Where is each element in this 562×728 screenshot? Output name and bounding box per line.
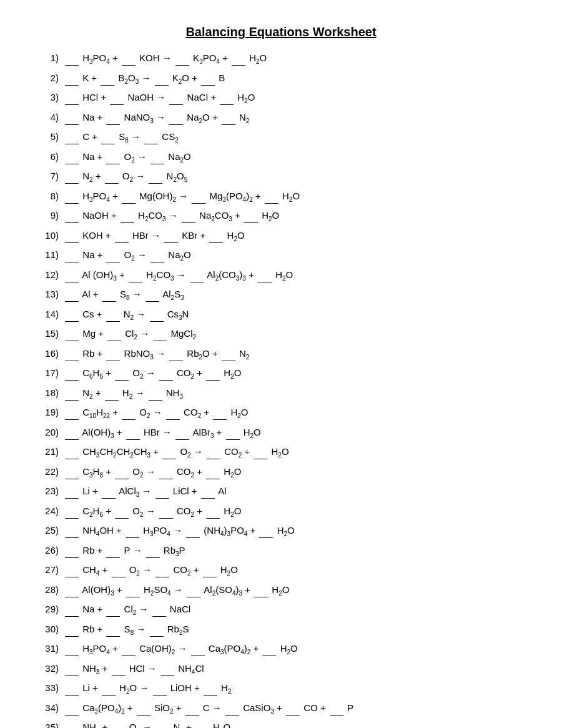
answer-blank[interactable] (115, 366, 129, 381)
answer-blank[interactable] (262, 641, 276, 656)
answer-blank[interactable] (330, 701, 343, 716)
answer-blank[interactable] (106, 149, 120, 164)
answer-blank[interactable] (105, 169, 119, 184)
answer-blank[interactable] (169, 110, 183, 125)
answer-blank[interactable] (155, 71, 169, 86)
answer-blank[interactable] (204, 681, 217, 696)
answer-blank[interactable] (65, 661, 79, 676)
answer-blank[interactable] (65, 405, 79, 420)
answer-blank[interactable] (201, 71, 215, 86)
answer-blank[interactable] (102, 681, 116, 696)
answer-blank[interactable] (150, 247, 164, 262)
answer-blank[interactable] (166, 405, 180, 420)
answer-blank[interactable] (65, 247, 79, 262)
answer-blank[interactable] (126, 523, 139, 538)
answer-blank[interactable] (152, 602, 166, 617)
answer-blank[interactable] (203, 562, 217, 577)
answer-blank[interactable] (222, 346, 235, 361)
answer-blank[interactable] (244, 208, 258, 223)
answer-blank[interactable] (207, 444, 220, 459)
answer-blank[interactable] (65, 386, 79, 401)
answer-blank[interactable] (220, 90, 234, 105)
answer-blank[interactable] (65, 602, 79, 617)
answer-blank[interactable] (258, 267, 272, 282)
answer-blank[interactable] (65, 346, 79, 361)
answer-blank[interactable] (186, 523, 200, 538)
answer-blank[interactable] (149, 386, 162, 401)
answer-blank[interactable] (191, 641, 205, 656)
answer-blank[interactable] (121, 208, 134, 223)
answer-blank[interactable] (65, 720, 79, 728)
answer-blank[interactable] (160, 661, 174, 676)
answer-blank[interactable] (209, 228, 223, 243)
answer-blank[interactable] (126, 425, 140, 440)
answer-blank[interactable] (182, 208, 195, 223)
answer-blank[interactable] (106, 622, 120, 637)
answer-blank[interactable] (106, 346, 120, 361)
answer-blank[interactable] (187, 582, 200, 597)
answer-blank[interactable] (65, 189, 79, 204)
answer-blank[interactable] (65, 90, 79, 105)
answer-blank[interactable] (159, 464, 173, 479)
answer-blank[interactable] (110, 90, 124, 105)
answer-blank[interactable] (101, 71, 114, 86)
answer-blank[interactable] (232, 51, 245, 66)
answer-blank[interactable] (169, 346, 183, 361)
answer-blank[interactable] (150, 307, 164, 322)
answer-blank[interactable] (65, 267, 79, 282)
answer-blank[interactable] (65, 149, 79, 164)
answer-blank[interactable] (213, 405, 227, 420)
answer-blank[interactable] (65, 110, 79, 125)
answer-blank[interactable] (122, 641, 136, 656)
answer-blank[interactable] (106, 110, 120, 125)
answer-blank[interactable] (225, 701, 239, 716)
answer-blank[interactable] (169, 90, 183, 105)
answer-blank[interactable] (106, 543, 120, 558)
answer-blank[interactable] (137, 701, 150, 716)
answer-blank[interactable] (122, 189, 136, 204)
answer-blank[interactable] (254, 444, 267, 459)
answer-blank[interactable] (115, 464, 129, 479)
answer-blank[interactable] (65, 444, 79, 459)
answer-blank[interactable] (65, 208, 79, 223)
answer-blank[interactable] (65, 641, 79, 656)
answer-blank[interactable] (185, 701, 199, 716)
answer-blank[interactable] (65, 484, 79, 499)
answer-blank[interactable] (122, 51, 136, 66)
answer-blank[interactable] (65, 169, 79, 184)
answer-blank[interactable] (145, 287, 159, 302)
answer-blank[interactable] (206, 504, 220, 519)
answer-blank[interactable] (286, 701, 300, 716)
answer-blank[interactable] (65, 681, 79, 696)
answer-blank[interactable] (65, 228, 79, 243)
answer-blank[interactable] (112, 562, 126, 577)
answer-blank[interactable] (65, 71, 79, 86)
answer-blank[interactable] (112, 720, 126, 728)
answer-blank[interactable] (65, 307, 79, 322)
answer-blank[interactable] (65, 425, 79, 440)
answer-blank[interactable] (65, 504, 79, 519)
answer-blank[interactable] (206, 464, 220, 479)
answer-blank[interactable] (259, 523, 273, 538)
answer-blank[interactable] (65, 701, 79, 716)
answer-blank[interactable] (65, 622, 79, 637)
answer-blank[interactable] (115, 228, 129, 243)
answer-blank[interactable] (122, 405, 136, 420)
answer-blank[interactable] (254, 582, 268, 597)
answer-blank[interactable] (65, 464, 79, 479)
answer-blank[interactable] (144, 129, 158, 144)
answer-blank[interactable] (162, 444, 176, 459)
answer-blank[interactable] (65, 287, 79, 302)
answer-blank[interactable] (226, 425, 240, 440)
answer-blank[interactable] (65, 523, 79, 538)
answer-blank[interactable] (195, 720, 209, 728)
answer-blank[interactable] (150, 622, 164, 637)
answer-blank[interactable] (105, 386, 119, 401)
answer-blank[interactable] (155, 562, 169, 577)
answer-blank[interactable] (149, 169, 162, 184)
answer-blank[interactable] (265, 189, 279, 204)
answer-blank[interactable] (201, 484, 215, 499)
answer-blank[interactable] (106, 307, 120, 322)
answer-blank[interactable] (65, 51, 79, 66)
answer-blank[interactable] (155, 720, 169, 728)
